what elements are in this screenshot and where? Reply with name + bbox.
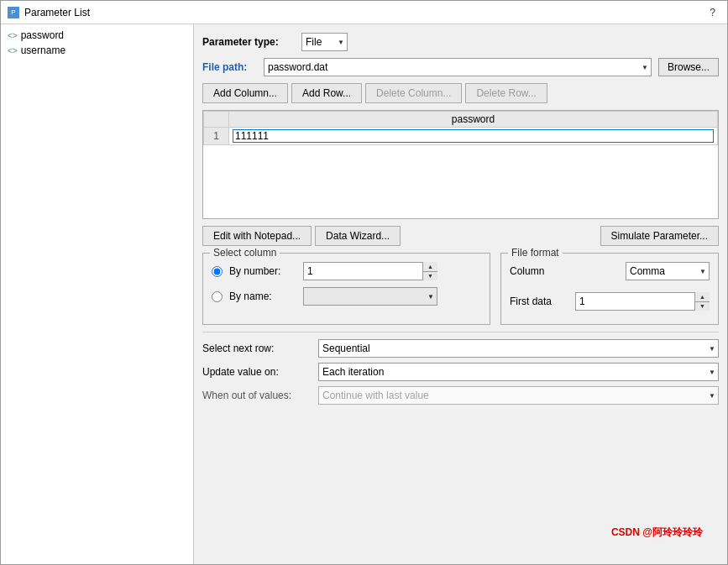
file-path-label: File path:: [202, 61, 257, 73]
param-type-select-wrapper: File CSV Table: [301, 33, 348, 51]
by-number-radio[interactable]: [212, 266, 223, 277]
row-num-1: 1: [204, 128, 229, 145]
help-button[interactable]: ?: [704, 7, 720, 18]
add-row-button[interactable]: Add Row...: [291, 83, 362, 103]
select-next-row-label: Select next row:: [202, 343, 312, 354]
ff-first-data-spin-down[interactable]: ▼: [695, 302, 710, 311]
by-number-spin-down[interactable]: ▼: [423, 272, 437, 281]
sidebar-item-username[interactable]: <> username: [1, 43, 193, 58]
param-type-label: Parameter type:: [202, 36, 295, 48]
select-next-row-select[interactable]: Sequential Random Unique: [318, 339, 719, 358]
by-name-row: By name:: [212, 287, 481, 306]
sidebar-item-password[interactable]: <> password: [1, 28, 193, 43]
delete-column-button[interactable]: Delete Column...: [365, 83, 462, 103]
ff-column-select[interactable]: Comma Tab Space: [626, 262, 710, 280]
update-value-on-label: Update value on:: [202, 366, 312, 378]
file-path-select[interactable]: password.dat: [264, 58, 652, 76]
file-format-title: File format: [508, 247, 563, 259]
file-path-input-wrapper: password.dat: [264, 58, 652, 76]
sidebar: <> password <> username: [1, 24, 194, 564]
ff-first-data-wrapper: ▲ ▼: [575, 292, 710, 311]
when-out-of-values-label: When out of values:: [202, 390, 312, 401]
update-value-on-row: Update value on: Each iteration Each occ…: [202, 363, 719, 381]
by-name-select-wrapper: [303, 287, 437, 306]
parameter-list-window: P Parameter List ? <> password <> userna…: [0, 0, 728, 565]
window-icon: P: [8, 7, 19, 18]
update-value-on-select-wrapper: Each iteration Each occurrence: [318, 363, 719, 381]
ff-first-data-spin-up[interactable]: ▲: [695, 292, 710, 302]
ff-first-data-spin: ▲ ▼: [694, 292, 710, 311]
simulate-param-button[interactable]: Simulate Parameter...: [600, 226, 719, 246]
sidebar-label-password: password: [21, 29, 64, 41]
add-column-button[interactable]: Add Column...: [202, 83, 288, 103]
row-num-header: [204, 112, 229, 128]
by-name-radio[interactable]: [212, 291, 223, 302]
select-column-content: By number: ▲ ▼: [212, 262, 481, 306]
update-value-on-select[interactable]: Each iteration Each occurrence: [318, 363, 719, 381]
by-name-select[interactable]: [303, 287, 437, 306]
param-type-row: Parameter type: File CSV Table: [202, 33, 719, 51]
columns-row: Select column By number: ▲ ▼: [202, 253, 719, 325]
ff-first-data-input[interactable]: [575, 292, 710, 311]
select-column-group: Select column By number: ▲ ▼: [202, 253, 490, 325]
ff-column-row: Column Comma Tab Space: [510, 262, 710, 280]
data-table-container: password 1: [202, 110, 719, 219]
tree-icon-username: <>: [8, 46, 18, 55]
table-row: 1: [204, 128, 718, 145]
param-type-select[interactable]: File CSV Table: [301, 33, 348, 51]
by-number-input-wrapper: ▲ ▼: [303, 262, 437, 280]
by-number-label: By number:: [229, 265, 296, 277]
select-next-row-row: Select next row: Sequential Random Uniqu…: [202, 339, 719, 358]
table-toolbar: Add Column... Add Row... Delete Column..…: [202, 83, 719, 103]
by-number-input[interactable]: [303, 262, 437, 280]
ff-first-data-label: First data: [510, 296, 568, 307]
sidebar-label-username: username: [21, 44, 65, 56]
column-password-header: password: [229, 112, 718, 128]
tree-icon-password: <>: [8, 31, 18, 40]
title-bar-left: P Parameter List: [8, 7, 90, 18]
when-out-of-values-row: When out of values: Continue with last v…: [202, 386, 719, 405]
watermark: CSDN @阿玲玲玲玲: [611, 526, 703, 540]
by-number-spin: ▲ ▼: [422, 262, 437, 280]
when-out-of-values-select: Continue with last value Recycle Stop th…: [318, 386, 719, 405]
title-bar: P Parameter List ?: [1, 1, 727, 24]
bottom-toolbar: Edit with Notepad... Data Wizard... Simu…: [202, 226, 719, 246]
file-format-content: Column Comma Tab Space First: [510, 262, 710, 316]
by-name-label: By name:: [229, 290, 296, 302]
data-table: password 1: [203, 111, 718, 145]
by-number-row: By number: ▲ ▼: [212, 262, 481, 280]
right-panel: Parameter type: File CSV Table File path…: [194, 24, 727, 564]
main-content: <> password <> username Parameter type: …: [1, 24, 727, 564]
select-next-row-select-wrapper: Sequential Random Unique: [318, 339, 719, 358]
ff-first-data-row: First data ▲ ▼: [510, 292, 710, 311]
by-number-spin-up[interactable]: ▲: [423, 262, 437, 272]
file-format-group: File format Column Comma Tab Space: [500, 253, 719, 325]
cell-input-password-1[interactable]: [233, 129, 714, 143]
data-wizard-button[interactable]: Data Wizard...: [315, 226, 401, 246]
file-path-row: File path: password.dat Browse...: [202, 58, 719, 76]
delete-row-button[interactable]: Delete Row...: [465, 83, 547, 103]
ff-column-select-wrapper: Comma Tab Space: [626, 262, 710, 280]
edit-notepad-button[interactable]: Edit with Notepad...: [202, 226, 312, 246]
select-column-title: Select column: [210, 247, 280, 259]
browse-button[interactable]: Browse...: [658, 58, 719, 76]
cell-password-1[interactable]: [229, 128, 718, 145]
ff-column-label: Column: [510, 265, 568, 277]
when-out-of-values-select-wrapper: Continue with last value Recycle Stop th…: [318, 386, 719, 405]
settings-section: Select next row: Sequential Random Uniqu…: [202, 332, 719, 405]
window-title: Parameter List: [24, 7, 90, 18]
